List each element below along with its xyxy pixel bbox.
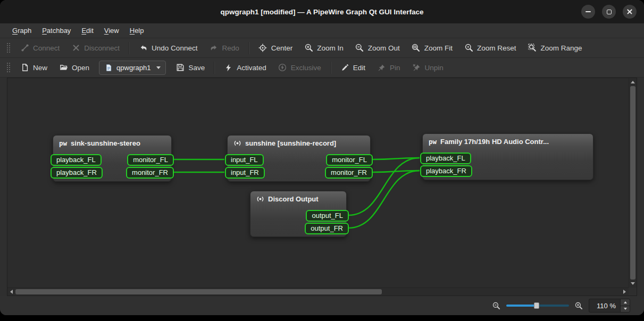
zoom-reset-button[interactable]: Zoom Reset	[459, 40, 522, 56]
zoom-fit-button[interactable]: Zoom Fit	[406, 40, 458, 56]
port-playback_FR[interactable]: playback_FR	[420, 165, 472, 177]
app-window: qpwgraph1 [modified] — A PipeWire Graph …	[0, 0, 644, 315]
vertical-scrollbar[interactable]	[629, 78, 637, 288]
open-button[interactable]: Open	[54, 60, 95, 75]
arrow-up-icon	[624, 301, 627, 303]
menu-edit[interactable]: Edit	[77, 24, 98, 37]
maximize-icon	[607, 10, 612, 14]
window-controls	[581, 0, 637, 23]
zoom-in-button[interactable]: Zoom In	[299, 40, 349, 56]
menu-patchbay[interactable]: Patchbay	[37, 24, 76, 37]
toolbar-separator	[214, 62, 215, 74]
unpin-icon	[412, 63, 421, 72]
pipewire-icon: pw	[429, 138, 437, 146]
disconnect-icon	[71, 44, 80, 53]
menubar: Graph Patchbay Edit View Help	[0, 23, 644, 38]
horizontal-scrollbar-handle[interactable]	[15, 289, 382, 294]
close-button[interactable]	[623, 5, 637, 19]
node-title: Discord Output	[250, 191, 346, 203]
patchbay-file-icon	[104, 63, 113, 72]
maximize-button[interactable]	[602, 5, 616, 19]
arrow-down-icon	[624, 308, 627, 310]
port-playback_FL[interactable]: playback_FL	[51, 154, 102, 166]
menu-graph[interactable]: Graph	[7, 24, 36, 37]
window-title: qpwgraph1 [modified] — A PipeWire Graph …	[220, 8, 423, 16]
new-file-icon	[20, 63, 29, 72]
horizontal-scrollbar[interactable]	[7, 288, 629, 295]
center-icon	[258, 44, 267, 53]
scroll-left-button[interactable]	[7, 288, 15, 295]
connect-button: Connect	[15, 40, 65, 56]
port-playback_FL[interactable]: playback_FL	[420, 153, 471, 164]
titlebar[interactable]: qpwgraph1 [modified] — A PipeWire Graph …	[0, 0, 644, 23]
activated-toggle[interactable]: Activated	[219, 60, 272, 75]
graph-canvas[interactable]: pwsink-sunshine-stereoplayback_FLplaybac…	[7, 78, 629, 288]
patchbay-profile-combo[interactable]: qpwgraph1	[99, 61, 166, 75]
zoom-value: 110 %	[589, 299, 620, 312]
disconnect-button: Disconnect	[66, 40, 125, 56]
zoom-out-button[interactable]: Zoom Out	[350, 40, 405, 56]
graph-node-family[interactable]: pwFamily 17h/19h HD Audio Contr...playba…	[422, 133, 593, 180]
arrow-down-icon	[631, 282, 635, 285]
close-icon	[626, 9, 633, 15]
scrollbar-corner	[629, 288, 637, 295]
zoom-spin-up-button[interactable]	[621, 299, 630, 306]
port-output_FR[interactable]: output_FR	[305, 223, 349, 234]
toolbar-main: Connect Disconnect Undo Connect Redo Cen…	[0, 38, 644, 58]
zoom-slider-thumb[interactable]	[534, 302, 539, 309]
scroll-down-button[interactable]	[629, 280, 637, 288]
zoom-spinbox[interactable]: 110 %	[589, 299, 630, 312]
graph-node-sink[interactable]: pwsink-sunshine-stereoplayback_FLplaybac…	[53, 135, 172, 182]
graph-node-sunshine[interactable]: sunshine [sunshine-record]input_FLinput_…	[227, 135, 371, 182]
graph-node-discord[interactable]: Discord Outputoutput_FLoutput_FR	[250, 191, 347, 237]
port-playback_FR[interactable]: playback_FR	[51, 167, 103, 179]
zoom-reset-icon	[464, 44, 473, 53]
audio-device-icon	[256, 195, 264, 203]
zoom-range-icon	[528, 44, 537, 53]
port-input_FR[interactable]: input_FR	[225, 167, 265, 179]
new-button[interactable]: New	[15, 60, 53, 75]
port-output_FL[interactable]: output_FL	[306, 210, 349, 222]
chevron-down-icon	[156, 66, 161, 69]
vertical-scrollbar-handle[interactable]	[630, 86, 635, 280]
minimize-icon	[586, 11, 591, 12]
connect-icon	[20, 44, 29, 53]
toolbar-separator	[248, 42, 249, 54]
save-icon	[175, 63, 185, 72]
port-monitor_FL[interactable]: monitor_FL	[127, 154, 174, 166]
scroll-right-button[interactable]	[621, 288, 629, 295]
port-monitor_FR[interactable]: monitor_FR	[126, 167, 174, 179]
scroll-up-button[interactable]	[629, 78, 637, 86]
zoom-range-button[interactable]: Zoom Range	[523, 40, 588, 56]
port-input_FL[interactable]: input_FL	[225, 154, 264, 166]
minimize-button[interactable]	[581, 5, 595, 19]
toolbar-drag-handle[interactable]	[6, 62, 10, 73]
audio-device-icon	[233, 139, 241, 147]
zoom-in-icon[interactable]	[575, 302, 583, 310]
connection-curves[interactable]	[7, 78, 629, 288]
center-button[interactable]: Center	[253, 40, 298, 56]
edit-toggle[interactable]: Edit	[335, 60, 371, 75]
menu-view[interactable]: View	[99, 24, 124, 37]
exclusive-toggle: Exclusive	[273, 60, 327, 75]
save-button[interactable]: Save	[170, 60, 210, 75]
zoom-spin-down-button[interactable]	[621, 306, 630, 312]
undo-connect-button[interactable]: Undo Connect	[133, 40, 203, 56]
lightning-icon	[224, 63, 233, 72]
port-monitor_FL[interactable]: monitor_FL	[326, 154, 373, 166]
pin-icon	[377, 63, 386, 72]
toolbar-drag-handle[interactable]	[6, 42, 10, 54]
zoom-fit-icon	[412, 44, 421, 53]
zoom-out-icon[interactable]	[492, 302, 500, 310]
pipewire-icon: pw	[59, 139, 67, 147]
unpin-button: Unpin	[407, 60, 449, 75]
zoom-slider[interactable]	[506, 301, 569, 310]
zoom-out-icon	[355, 44, 364, 53]
zoom-slider-fill	[506, 305, 537, 307]
arrow-left-icon	[10, 290, 13, 294]
redo-button: Redo	[204, 40, 244, 56]
menu-help[interactable]: Help	[125, 24, 149, 37]
pin-button: Pin	[372, 60, 406, 75]
port-monitor_FR[interactable]: monitor_FR	[325, 167, 373, 179]
arrow-right-icon	[623, 290, 626, 294]
